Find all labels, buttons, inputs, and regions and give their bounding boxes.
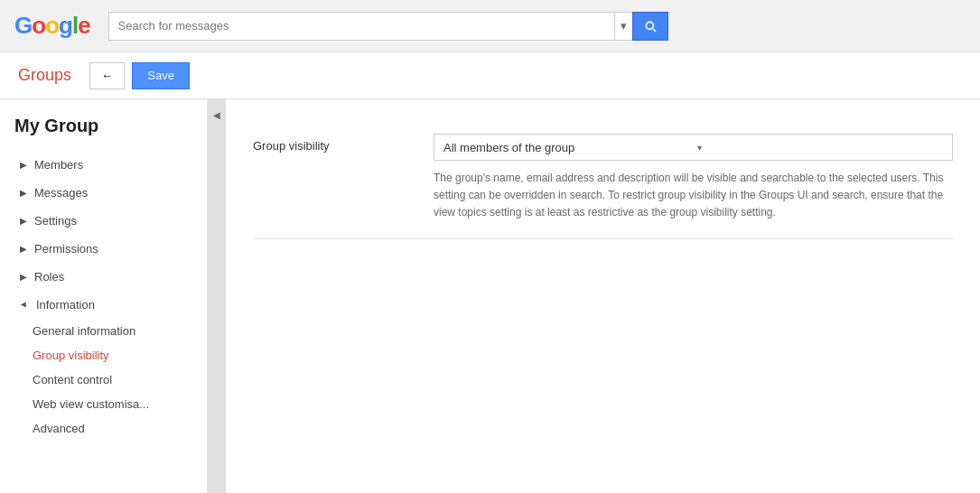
members-label: Members (34, 158, 83, 172)
visibility-dropdown[interactable]: All members of the group ▾ (434, 134, 953, 161)
google-logo: Google (14, 12, 90, 40)
back-button[interactable]: ← (89, 62, 125, 89)
sidebar-collapse-button[interactable]: ◀ (208, 99, 226, 493)
permissions-arrow: ▶ (20, 244, 27, 254)
sidebar-item-settings[interactable]: ▶ Settings (0, 207, 207, 235)
sidebar-sub-general-information[interactable]: General information (0, 319, 207, 343)
roles-label: Roles (34, 270, 64, 284)
messages-arrow: ▶ (20, 188, 27, 198)
sidebar-item-messages[interactable]: ▶ Messages (0, 179, 207, 207)
visibility-description: The group's name, email address and desc… (434, 170, 953, 222)
toolbar: Groups ← Save (0, 52, 980, 99)
collapse-icon: ◀ (213, 110, 220, 120)
dropdown-arrow-icon: ▾ (697, 143, 944, 153)
search-dropdown-button[interactable]: ▾ (614, 12, 632, 41)
content-area: Group visibility All members of the grou… (226, 99, 980, 493)
members-arrow: ▶ (20, 160, 27, 170)
information-label: Information (36, 298, 95, 312)
content-inner: Group visibility All members of the grou… (226, 99, 980, 257)
search-input[interactable] (108, 12, 614, 41)
back-icon: ← (101, 69, 113, 82)
sidebar-nav: ▶ Members ▶ Messages ▶ Settings ▶ Permis… (0, 151, 207, 441)
groups-link[interactable]: Groups (18, 66, 71, 85)
header: Google ▾ (0, 0, 980, 52)
sidebar-sub-web-view[interactable]: Web view customisa... (0, 392, 207, 416)
section-label: Group visibility (253, 134, 434, 153)
dropdown-value: All members of the group (443, 141, 690, 154)
settings-label: Settings (34, 214, 77, 228)
sidebar-item-roles[interactable]: ▶ Roles (0, 263, 207, 291)
google-logo-area: Google (14, 12, 90, 40)
roles-arrow: ▶ (20, 272, 27, 282)
group-visibility-row: Group visibility All members of the grou… (253, 117, 953, 239)
save-button[interactable]: Save (132, 62, 190, 89)
messages-label: Messages (34, 186, 88, 200)
information-arrow: ▼ (19, 301, 29, 310)
sidebar: My Group ▶ Members ▶ Messages ▶ Settings… (0, 99, 208, 493)
search-button[interactable] (632, 12, 668, 41)
section-control: All members of the group ▾ The group's n… (434, 134, 953, 222)
sidebar-sub-advanced[interactable]: Advanced (0, 416, 207, 441)
settings-arrow: ▶ (20, 216, 27, 226)
sidebar-sub-content-control[interactable]: Content control (0, 367, 207, 392)
sidebar-item-information[interactable]: ▼ Information (0, 291, 207, 319)
group-name: My Group (0, 99, 207, 151)
sidebar-item-members[interactable]: ▶ Members (0, 151, 207, 179)
sidebar-item-permissions[interactable]: ▶ Permissions (0, 235, 207, 263)
permissions-label: Permissions (34, 242, 98, 256)
search-bar: ▾ (108, 12, 668, 41)
main-layout: My Group ▶ Members ▶ Messages ▶ Settings… (0, 99, 980, 493)
sidebar-sub-group-visibility[interactable]: Group visibility (0, 343, 207, 367)
search-icon (643, 19, 658, 33)
